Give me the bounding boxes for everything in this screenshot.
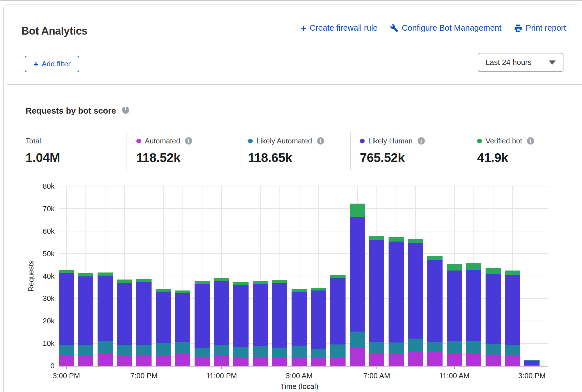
bar-segment-verified-bot[interactable] bbox=[78, 273, 93, 276]
bar-segment-likely-human[interactable] bbox=[292, 292, 307, 346]
bar-segment-automated[interactable] bbox=[117, 356, 132, 366]
bar-segment-likely-automated[interactable] bbox=[389, 343, 404, 354]
bar-segment-likely-human[interactable] bbox=[408, 243, 423, 339]
bar-segment-likely-automated[interactable] bbox=[447, 341, 462, 354]
bar-segment-verified-bot[interactable] bbox=[466, 263, 481, 270]
bar-segment-automated[interactable] bbox=[253, 357, 268, 366]
bar-segment-automated[interactable] bbox=[98, 354, 113, 366]
configure-bot-management-link[interactable]: Configure Bot Management bbox=[390, 23, 502, 33]
bar-segment-likely-automated[interactable] bbox=[59, 345, 74, 355]
bar-segment-automated[interactable] bbox=[427, 352, 443, 366]
print-report-link[interactable]: Print report bbox=[514, 23, 566, 33]
bar-segment-automated[interactable] bbox=[175, 353, 190, 366]
bar-segment-likely-human[interactable] bbox=[350, 217, 365, 332]
bar-segment-likely-human[interactable] bbox=[136, 282, 152, 345]
bar-segment-likely-human[interactable] bbox=[253, 284, 268, 346]
bar-segment-likely-human[interactable] bbox=[427, 260, 443, 342]
bar-segment-verified-bot[interactable] bbox=[427, 256, 443, 260]
bar-segment-verified-bot[interactable] bbox=[136, 279, 152, 282]
time-range-select[interactable]: Last 24 hours bbox=[478, 53, 563, 72]
bar-segment-likely-automated[interactable] bbox=[369, 342, 384, 354]
bar-segment-likely-automated[interactable] bbox=[156, 343, 171, 356]
bar-segment-automated[interactable] bbox=[214, 355, 229, 366]
bar-segment-automated[interactable] bbox=[156, 356, 171, 366]
bar-segment-automated[interactable] bbox=[447, 354, 462, 366]
bar-segment-verified-bot[interactable] bbox=[408, 239, 423, 243]
bar-segment-automated[interactable] bbox=[330, 357, 346, 366]
bar-segment-automated[interactable] bbox=[59, 355, 74, 366]
bar-segment-automated[interactable] bbox=[195, 357, 210, 366]
bar-segment-automated[interactable] bbox=[233, 358, 249, 366]
bar-segment-verified-bot[interactable] bbox=[253, 281, 268, 283]
bar-segment-likely-human[interactable] bbox=[466, 270, 481, 341]
bar-segment-verified-bot[interactable] bbox=[486, 268, 501, 274]
bar-segment-automated[interactable] bbox=[486, 355, 501, 366]
bar-segment-automated[interactable] bbox=[408, 352, 423, 366]
bar-segment-likely-human[interactable] bbox=[233, 285, 249, 347]
bar-segment-likely-human[interactable] bbox=[486, 274, 501, 344]
bar-segment-automated[interactable] bbox=[466, 354, 481, 366]
bar-segment-likely-human[interactable] bbox=[175, 293, 190, 342]
bar-segment-likely-human[interactable] bbox=[311, 290, 326, 349]
bar-segment-automated[interactable] bbox=[292, 357, 307, 366]
bar-segment-automated[interactable] bbox=[389, 354, 404, 366]
info-icon[interactable]: i bbox=[185, 137, 192, 145]
bar-segment-verified-bot[interactable] bbox=[311, 288, 326, 290]
bar-segment-verified-bot[interactable] bbox=[117, 280, 132, 283]
bar-segment-verified-bot[interactable] bbox=[292, 289, 307, 292]
bar-segment-verified-bot[interactable] bbox=[195, 281, 210, 284]
bar-segment-verified-bot[interactable] bbox=[350, 204, 365, 217]
bar-segment-verified-bot[interactable] bbox=[369, 236, 384, 240]
bar-segment-likely-automated[interactable] bbox=[214, 345, 229, 355]
bar-segment-likely-automated[interactable] bbox=[466, 341, 481, 354]
bar-segment-likely-automated[interactable] bbox=[350, 332, 365, 347]
bar-segment-likely-automated[interactable] bbox=[136, 345, 152, 356]
bar-segment-verified-bot[interactable] bbox=[505, 271, 520, 275]
bar-segment-verified-bot[interactable] bbox=[447, 264, 462, 271]
bar-segment-likely-automated[interactable] bbox=[117, 345, 132, 356]
bar-segment-likely-human[interactable] bbox=[330, 278, 346, 344]
bar-segment-verified-bot[interactable] bbox=[214, 278, 229, 281]
bar-segment-verified-bot[interactable] bbox=[59, 270, 74, 273]
bar-segment-likely-human[interactable] bbox=[214, 281, 229, 345]
add-filter-button[interactable]: + Add filter bbox=[25, 56, 79, 72]
bar-segment-likely-automated[interactable] bbox=[311, 349, 326, 357]
bar-segment-verified-bot[interactable] bbox=[389, 237, 404, 242]
bar-segment-verified-bot[interactable] bbox=[272, 280, 287, 283]
bar-segment-likely-human[interactable] bbox=[98, 276, 113, 341]
bar-segment-automated[interactable] bbox=[311, 357, 326, 366]
bar-segment-automated[interactable] bbox=[272, 357, 287, 366]
bar-segment-likely-human[interactable] bbox=[156, 292, 171, 343]
bar-segment-automated[interactable] bbox=[136, 355, 152, 366]
bar-segment-verified-bot[interactable] bbox=[330, 275, 346, 278]
bar-segment-likely-automated[interactable] bbox=[408, 339, 423, 352]
create-firewall-rule-link[interactable]: + Create firewall rule bbox=[301, 23, 377, 33]
bar-segment-likely-automated[interactable] bbox=[292, 346, 307, 357]
bar-segment-likely-automated[interactable] bbox=[233, 347, 249, 358]
bar-segment-likely-automated[interactable] bbox=[98, 341, 113, 354]
bar-segment-automated[interactable] bbox=[78, 355, 93, 366]
bar-segment-likely-human[interactable] bbox=[389, 242, 404, 343]
bar-segment-likely-human[interactable] bbox=[272, 283, 287, 348]
bar-segment-verified-bot[interactable] bbox=[175, 290, 190, 293]
bar-segment-likely-automated[interactable] bbox=[486, 344, 501, 355]
bar-segment-likely-human[interactable] bbox=[447, 271, 462, 341]
bar-segment-likely-human[interactable] bbox=[524, 361, 540, 365]
bar-segment-likely-human[interactable] bbox=[59, 273, 74, 345]
bar-segment-verified-bot[interactable] bbox=[524, 360, 540, 361]
bar-segment-automated[interactable] bbox=[350, 347, 365, 366]
bar-segment-likely-automated[interactable] bbox=[505, 345, 520, 356]
bar-segment-likely-human[interactable] bbox=[505, 275, 520, 345]
info-icon[interactable]: i bbox=[418, 137, 425, 145]
bar-segment-likely-automated[interactable] bbox=[427, 342, 443, 352]
bar-segment-likely-automated[interactable] bbox=[175, 342, 190, 353]
bar-segment-automated[interactable] bbox=[524, 365, 540, 366]
bar-segment-likely-automated[interactable] bbox=[272, 348, 287, 357]
bar-segment-verified-bot[interactable] bbox=[156, 289, 171, 292]
bar-segment-likely-automated[interactable] bbox=[78, 345, 93, 355]
bar-segment-likely-automated[interactable] bbox=[195, 348, 210, 358]
bar-segment-likely-human[interactable] bbox=[195, 284, 210, 348]
bar-segment-likely-automated[interactable] bbox=[253, 346, 268, 358]
bar-segment-verified-bot[interactable] bbox=[98, 272, 113, 276]
bar-segment-likely-human[interactable] bbox=[117, 283, 132, 345]
